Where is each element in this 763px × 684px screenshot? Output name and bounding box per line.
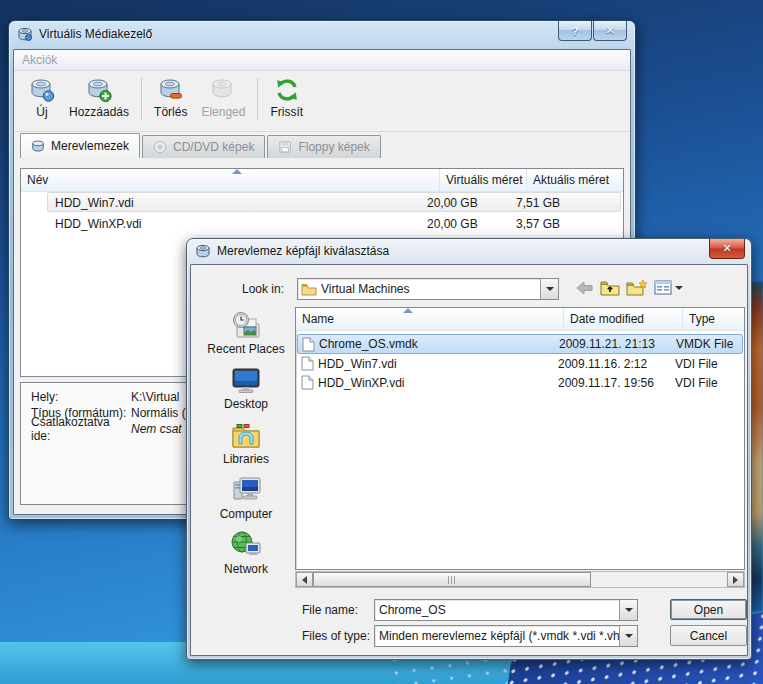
cancel-button[interactable]: Cancel [670, 625, 747, 646]
app-disk-icon [17, 26, 33, 42]
file-name-dropdown-button[interactable] [619, 600, 637, 620]
horizontal-scrollbar[interactable] [295, 571, 745, 588]
toolbar-label: Elenged [201, 105, 245, 119]
files-of-type-combobox[interactable]: Minden merevlemez képfájl (*.vmdk *.vdi … [374, 625, 638, 647]
toolbar-label: Hozzáadás [69, 105, 129, 119]
main-titlebar[interactable]: Virtuális Médiakezelő [9, 21, 635, 47]
toolbar: Új Hozzáadás [14, 71, 630, 132]
place-network[interactable]: Network [199, 530, 293, 585]
refresh-button[interactable]: Frissít [263, 75, 310, 121]
file-type: VMDK File [676, 337, 733, 351]
tab-label: CD/DVD képek [173, 140, 254, 154]
file-name-combobox[interactable]: Chrome_OS [374, 599, 638, 621]
file-name-label: File name: [302, 603, 358, 617]
column-header-name[interactable]: Név [21, 169, 440, 191]
tab-cd-dvd: CD/DVD képek [142, 135, 265, 158]
media-row-win7[interactable]: HDD_Win7.vdi 20,00 GB 7,51 GB [21, 192, 623, 213]
place-computer[interactable]: Computer [199, 475, 293, 530]
cd-icon [153, 140, 167, 154]
dialog-titlebar[interactable]: Merevlemez képfájl kiválasztása [187, 239, 751, 262]
folder-icon [301, 283, 317, 296]
look-in-value: Virtual Machines [317, 282, 540, 296]
dialog-close-button[interactable]: ✕ [709, 239, 745, 259]
details-type-value: Normális ( [131, 406, 186, 420]
disk-add-icon [86, 77, 112, 103]
look-in-label: Look in: [242, 282, 284, 296]
column-header-actual-size[interactable]: Aktuális méret [527, 169, 623, 191]
column-header-name[interactable]: Name [296, 308, 564, 330]
menubar: Akciók [14, 50, 630, 71]
up-folder-icon[interactable] [600, 280, 620, 296]
open-button[interactable]: Open [670, 599, 747, 620]
look-in-dropdown-button[interactable] [540, 279, 558, 299]
place-label: Libraries [223, 452, 269, 466]
file-icon [301, 356, 314, 371]
thumb-grip-icon [448, 576, 457, 584]
media-virtual-size: 20,00 GB [427, 217, 516, 231]
details-attached-label: Csatlakoztatva ide: [31, 415, 131, 443]
file-icon [302, 337, 315, 352]
help-button[interactable]: ? [558, 21, 592, 41]
add-disk-button[interactable]: Hozzáadás [62, 75, 136, 121]
file-list-header: Name Date modified Type [296, 308, 744, 331]
disk-new-icon [29, 77, 55, 103]
file-name: HDD_Win7.vdi [318, 357, 558, 371]
media-table-header: Név Virtuális méret Aktuális méret [21, 169, 623, 192]
new-folder-icon[interactable] [626, 279, 648, 296]
files-of-type-label: Files of type: [302, 629, 370, 643]
place-label: Recent Places [207, 342, 284, 356]
scroll-left-button[interactable] [296, 572, 313, 587]
place-recent-places[interactable]: Recent Places [199, 310, 293, 365]
details-location-value: K:\Virtual [131, 390, 179, 404]
media-virtual-size: 20,00 GB [427, 196, 516, 210]
view-menu-icon[interactable] [654, 280, 683, 295]
files-of-type-value: Minden merevlemez képfájl (*.vmdk *.vdi … [375, 629, 619, 643]
place-label: Network [224, 562, 268, 576]
harddisk-icon [31, 139, 45, 153]
column-header-date-modified[interactable]: Date modified [564, 308, 683, 330]
files-of-type-dropdown-button[interactable] [619, 626, 637, 646]
place-libraries[interactable]: Libraries [199, 420, 293, 475]
tab-harddisks[interactable]: Merevlemezek [20, 133, 140, 158]
new-disk-button[interactable]: Új [22, 75, 62, 121]
places-sidebar: Recent Places Desktop [199, 310, 293, 585]
file-row-hdd-win7[interactable]: HDD_Win7.vdi 2009.11.16. 2:12 VDI File [297, 354, 743, 373]
sort-ascending-icon [403, 308, 413, 313]
tab-label: Floppy képek [298, 140, 369, 154]
dialog-client-area: Look in: Virtual Machines [190, 264, 748, 656]
scrollbar-thumb[interactable] [313, 572, 591, 587]
media-name: HDD_Win7.vdi [55, 196, 427, 210]
toolbar-separator [257, 78, 258, 120]
file-type: VDI File [675, 376, 718, 390]
file-row-chrome-os[interactable]: Chrome_OS.vmdk 2009.11.21. 21:13 VMDK Fi… [297, 334, 743, 354]
sort-ascending-icon [232, 169, 242, 174]
place-desktop[interactable]: Desktop [199, 365, 293, 420]
view-menu-arrow-icon [675, 286, 683, 290]
remove-disk-button[interactable]: Törlés [147, 75, 194, 121]
media-row-winxp[interactable]: HDD_WinXP.vdi 20,00 GB 3,57 GB [21, 213, 623, 234]
look-in-combobox[interactable]: Virtual Machines [297, 278, 559, 300]
toolbar-label: Törlés [154, 105, 187, 119]
close-button[interactable]: ✕ [593, 21, 627, 41]
file-list: Name Date modified Type Chrome_OS.vmdk 2… [295, 307, 745, 570]
details-location-label: Hely: [31, 390, 131, 404]
place-label: Desktop [224, 397, 268, 411]
media-actual-size: 3,57 GB [516, 217, 560, 231]
media-actual-size: 7,51 GB [516, 196, 560, 210]
window-title: Virtuális Médiakezelő [39, 27, 152, 41]
file-type: VDI File [675, 357, 718, 371]
floppy-icon [278, 140, 292, 154]
file-row-hdd-winxp[interactable]: HDD_WinXP.vdi 2009.11.17. 19:56 VDI File [297, 373, 743, 392]
file-date: 2009.11.16. 2:12 [558, 357, 675, 371]
select-harddisk-dialog: Merevlemez képfájl kiválasztása ✕ Look i… [186, 238, 752, 660]
toolbar-separator [141, 78, 142, 120]
column-header-virtual-size[interactable]: Virtuális méret [440, 169, 527, 191]
column-header-type[interactable]: Type [683, 308, 744, 330]
file-name-value: Chrome_OS [375, 603, 619, 617]
toolbar-label: Frissít [270, 105, 303, 119]
menu-akciok[interactable]: Akciók [22, 53, 57, 67]
scroll-right-button[interactable] [727, 572, 744, 587]
file-name: HDD_WinXP.vdi [318, 376, 558, 390]
back-icon [575, 280, 594, 296]
details-attached-value: Nem csat [131, 422, 182, 436]
